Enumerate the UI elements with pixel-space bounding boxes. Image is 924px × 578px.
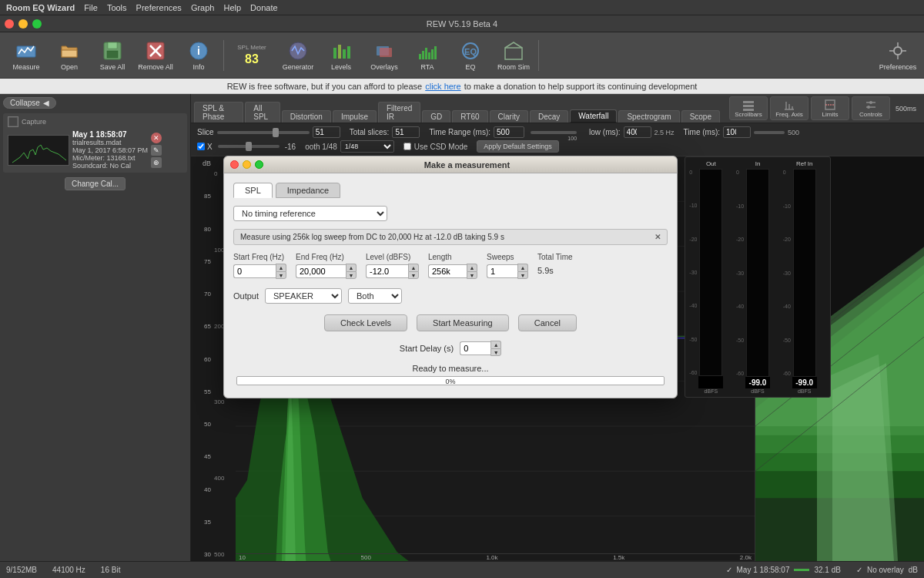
timing-ref-select[interactable]: No timing reference [233, 206, 387, 221]
svg-rect-1 [62, 50, 77, 57]
end-freq-field: End Freq (Hz) ▲ ▼ [296, 253, 357, 279]
length-down[interactable]: ▼ [467, 271, 477, 279]
overlays-icon [373, 40, 395, 62]
start-measuring-button[interactable]: Start Measuring [417, 314, 509, 331]
menu-tools[interactable]: Tools [107, 3, 127, 12]
output-channel-select[interactable]: Both [348, 288, 402, 304]
overlays-label: Overlays [370, 63, 398, 71]
output-label: Output [233, 291, 259, 301]
info-button[interactable]: i Info [179, 35, 219, 76]
length-input[interactable] [428, 264, 467, 278]
measurement-checkbox-icon: ✓ [726, 566, 732, 574]
maximize-button[interactable] [32, 19, 42, 29]
menu-preferences[interactable]: Preferences [136, 3, 182, 12]
length-up[interactable]: ▲ [467, 264, 477, 271]
level-field: Level (dBFS) ▲ ▼ [366, 253, 419, 279]
overlays-button[interactable]: Overlays [364, 35, 404, 76]
sweeps-field: Sweeps ▲ ▼ [487, 253, 528, 279]
menu-help[interactable]: Help [223, 3, 241, 12]
room-sim-button[interactable]: Room Sim [494, 35, 534, 76]
measurement-dialog: Make a measurement SPL Impedance No timi… [223, 156, 678, 398]
open-button[interactable]: Open [49, 35, 89, 76]
delay-down[interactable]: ▼ [490, 348, 501, 356]
menu-donate[interactable]: Donate [250, 3, 277, 12]
ref-in-meter-value: -99.0 [792, 377, 817, 388]
svg-rect-21 [431, 49, 434, 59]
preferences-icon [887, 40, 909, 62]
generator-button[interactable]: Generator [278, 35, 318, 76]
end-freq-up[interactable]: ▲ [346, 264, 357, 271]
progress-label: 0% [237, 378, 664, 385]
sweeps-input[interactable] [487, 264, 517, 278]
overlay-label: No overlay [867, 566, 904, 574]
length-label: Length [428, 253, 477, 261]
svg-rect-14 [347, 46, 350, 59]
output-device-select[interactable]: SPEAKER [265, 288, 342, 304]
dialog-buttons: Check Levels Start Measuring Cancel [233, 314, 668, 331]
preferences-label: Preferences [879, 63, 917, 71]
total-time-field: Total Time 5.9s [537, 253, 573, 277]
delay-input[interactable] [460, 341, 490, 355]
start-freq-down[interactable]: ▼ [276, 271, 286, 279]
total-time-label: Total Time [537, 253, 573, 261]
menu-file[interactable]: File [84, 3, 98, 12]
room-sim-label: Room Sim [497, 63, 530, 71]
dialog-tabs: SPL Impedance [233, 183, 668, 198]
measure-button[interactable]: Measure [6, 35, 46, 76]
progress-bar: 0% [236, 376, 665, 385]
memory-info: 9/152MB [6, 566, 37, 574]
eq-button[interactable]: EQ EQ [450, 35, 490, 76]
dialog-close-button[interactable] [230, 160, 239, 169]
check-levels-button[interactable]: Check Levels [324, 314, 407, 331]
svg-text:i: i [197, 45, 200, 57]
status-dot [794, 569, 809, 571]
dialog-maximize-button[interactable] [255, 160, 263, 169]
memory-label: 9/152MB [6, 566, 37, 574]
end-freq-down[interactable]: ▼ [346, 271, 357, 279]
info-icon: i [188, 40, 209, 62]
delay-up[interactable]: ▲ [490, 341, 501, 348]
save-all-button[interactable]: Save All [92, 35, 132, 76]
svg-rect-11 [333, 48, 336, 59]
title-bar-text: REW V5.19 Beta 4 [427, 19, 497, 29]
donation-link[interactable]: click here [425, 82, 460, 91]
preferences-button[interactable]: Preferences [878, 35, 918, 76]
sweeps-down[interactable]: ▼ [517, 271, 528, 279]
level-down[interactable]: ▼ [408, 271, 419, 279]
status-row: Ready to measure... [233, 364, 668, 373]
close-sweep-info[interactable]: ✕ [654, 233, 661, 241]
title-bar: REW V5.19 Beta 4 [0, 15, 924, 32]
sweeps-up[interactable]: ▲ [517, 264, 528, 271]
toolbar-separator [223, 40, 224, 71]
total-time-value: 5.9s [537, 264, 573, 277]
close-button[interactable] [5, 19, 14, 29]
eq-label: EQ [465, 63, 475, 71]
start-freq-input[interactable] [233, 264, 276, 278]
level-up[interactable]: ▲ [408, 264, 419, 271]
dialog-minimize-button[interactable] [243, 160, 251, 169]
end-freq-input[interactable] [296, 264, 346, 278]
level-input[interactable] [366, 264, 408, 278]
start-freq-up[interactable]: ▲ [276, 264, 286, 271]
start-freq-label: Start Freq (Hz) [233, 253, 286, 261]
sample-rate-label: 44100 Hz [52, 566, 85, 574]
out-meter-label: Out [706, 160, 716, 167]
cancel-button[interactable]: Cancel [518, 314, 577, 331]
menu-graph[interactable]: Graph [191, 3, 215, 12]
out-meter: Out 0 -10 -20 -30 -40 -50 [688, 160, 734, 394]
rta-button[interactable]: RTA [407, 35, 447, 76]
remove-all-button[interactable]: Remove All [136, 35, 176, 76]
minimize-button[interactable] [18, 19, 28, 29]
ref-in-dbfs-label: dBFS [798, 388, 812, 394]
levels-label: Levels [331, 63, 351, 71]
menu-bar: Room EQ Wizard File Tools Preferences Gr… [0, 0, 924, 15]
dialog-tab-impedance[interactable]: Impedance [276, 183, 340, 198]
save-all-label: Save All [100, 63, 126, 71]
svg-rect-12 [338, 45, 341, 59]
remove-icon [145, 40, 166, 62]
dialog-tab-spl[interactable]: SPL [233, 183, 273, 198]
in-dbfs-label: dBFS [751, 388, 765, 394]
svg-rect-19 [425, 48, 427, 59]
levels-button[interactable]: Levels [321, 35, 361, 76]
measurement-name: May 1 18:58:07 [737, 566, 790, 574]
